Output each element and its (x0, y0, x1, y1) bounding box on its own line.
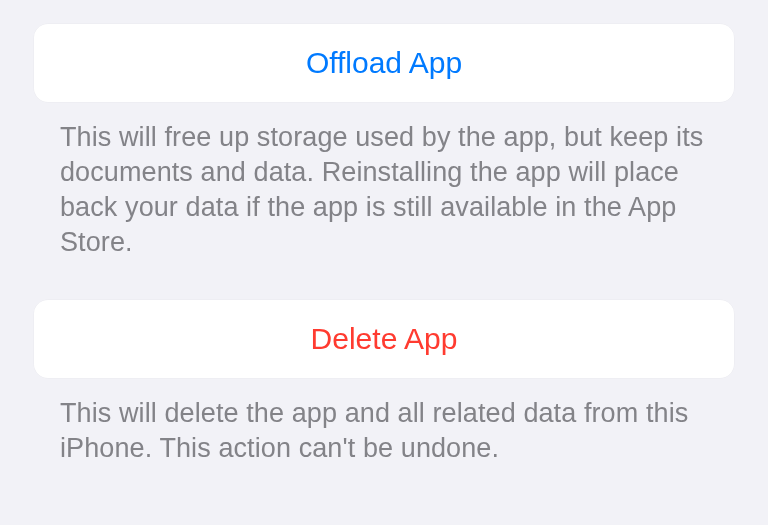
offload-app-label: Offload App (306, 46, 462, 79)
offload-app-description: This will free up storage used by the ap… (34, 102, 734, 260)
delete-app-button[interactable]: Delete App (34, 300, 734, 378)
offload-app-button[interactable]: Offload App (34, 24, 734, 102)
delete-app-label: Delete App (311, 322, 458, 355)
delete-app-description: This will delete the app and all related… (34, 378, 734, 466)
